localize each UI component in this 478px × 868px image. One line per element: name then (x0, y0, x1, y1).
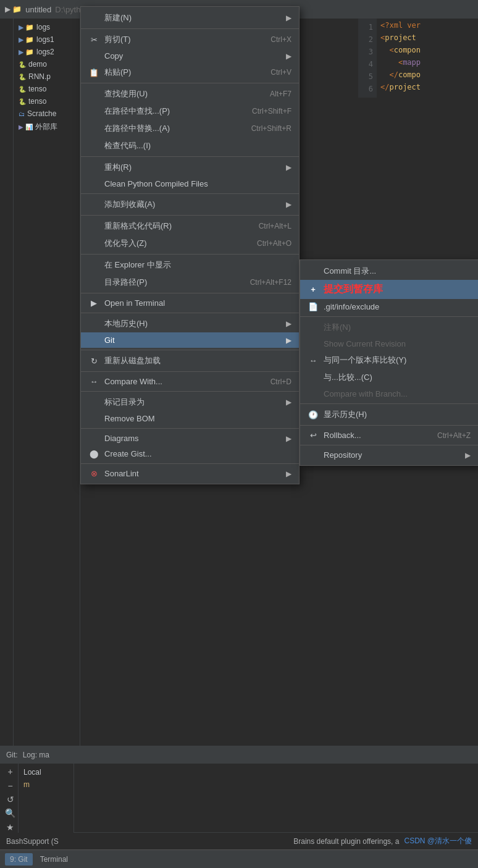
git-action-buttons: + − ↺ 🔍 ★ (0, 764, 19, 833)
menu-item-cut[interactable]: ✂ 剪切(T) Ctrl+X (81, 31, 299, 48)
menu-item-label: 检查代码...(I) (104, 140, 291, 151)
git-menu-compare-with[interactable]: 与...比较...(C) (300, 369, 478, 386)
sidebar-item-logs1[interactable]: ▶ 📁 logs1 (14, 33, 80, 46)
sidebar-item-tenso2[interactable]: 🐍 tenso (14, 95, 80, 107)
git-menu-annotate: 注释(N) (300, 319, 478, 336)
menu-item-clean-compiled[interactable]: Clean Python Compiled Files (81, 176, 299, 192)
reload-icon: ↻ (88, 356, 99, 366)
menu-item-show-in-explorer[interactable]: 在 Explorer 中显示 (81, 256, 299, 274)
separator (81, 254, 299, 255)
shortcut-label: Ctrl+Alt+F12 (250, 278, 291, 287)
separator (300, 403, 478, 404)
submenu-arrow: ▶ (286, 52, 291, 61)
menu-item-label: Rollback... (324, 431, 432, 440)
git-remove-button[interactable]: − (3, 780, 18, 791)
menu-item-label: 添加到收藏(A) (104, 199, 281, 210)
git-branches-panel: Local m (19, 764, 74, 833)
menu-item-remove-bom[interactable]: Remove BOM (81, 411, 299, 426)
git-search-button[interactable]: 🔍 (3, 807, 18, 819)
gist-icon: ⬤ (88, 449, 99, 458)
sidebar-item-scratches[interactable]: 🗂 Scratche (14, 107, 80, 120)
terminal-label[interactable]: Terminal (40, 855, 68, 864)
git-add-button[interactable]: + (3, 766, 18, 777)
menu-item-label: Show Current Revision (324, 339, 471, 348)
code-line-5: </compo (380, 70, 474, 83)
separator (81, 371, 299, 372)
git-menu-exclude[interactable]: 📄 .git/info/exclude (300, 299, 478, 314)
git-menu-show-history[interactable]: 🕐 显示历史(H) (300, 406, 478, 423)
menu-item-label: 提交到暂存库 (324, 283, 471, 296)
editor-area: 1 2 3 4 5 6 <?xml ver <project <compon <… (358, 19, 478, 154)
shortcut-label: Ctrl+V (270, 68, 291, 77)
menu-item-copy[interactable]: Copy ▶ (81, 48, 299, 64)
git-menu-rollback[interactable]: ↩ Rollback... Ctrl+Alt+Z (300, 428, 478, 443)
git-panel-label[interactable]: 9: Git (5, 853, 33, 866)
menu-item-paste[interactable]: 📋 粘贴(P) Ctrl+V (81, 64, 299, 81)
line-numbers: 1 2 3 4 5 6 (358, 19, 377, 98)
python-file-icon: 🐍 (19, 61, 26, 68)
menu-item-sonarlint[interactable]: ⊗ SonarLint ▶ (81, 466, 299, 481)
separator (81, 391, 299, 392)
separator (81, 293, 299, 293)
notification-text2: Brains default plugin offerings, a (293, 837, 399, 846)
code-content: <?xml ver <project <compon <mapp </compo… (377, 19, 478, 98)
menu-item-add-to-favorites[interactable]: 添加到收藏(A) ▶ (81, 196, 299, 213)
menu-item-label: 在路径中查找...(P) (104, 106, 247, 117)
menu-item-diagrams[interactable]: Diagrams ▶ (81, 431, 299, 446)
menu-item-label: 剪切(T) (104, 34, 266, 45)
folder-icon: ▶ 📁 (19, 48, 34, 56)
sidebar-item-logs[interactable]: ▶ 📁 logs (14, 21, 80, 33)
project-sidebar: ▶ 📁 logs ▶ 📁 logs1 ▶ 📁 logs2 🐍 demo 🐍 RN… (14, 19, 80, 831)
git-menu-repository[interactable]: Repository ▶ (300, 447, 478, 463)
menu-item-label: SonarLint (104, 469, 281, 478)
menu-item-dir-path[interactable]: 目录路径(P) Ctrl+Alt+F12 (81, 274, 299, 291)
menu-item-create-gist[interactable]: ⬤ Create Gist... (81, 446, 299, 461)
menu-item-inspect-code[interactable]: 检查代码...(I) (81, 137, 299, 154)
menu-item-label: .git/info/exclude (324, 302, 471, 311)
menu-item-replace-in-path[interactable]: 在路径中替换...(A) Ctrl+Shift+R (81, 120, 299, 137)
folder-icon: ▶ 📁 (5, 5, 22, 14)
git-menu-add-to-stash[interactable]: + 提交到暂存库 (300, 280, 478, 299)
menu-item-new[interactable]: 新建(N) ▶ (81, 9, 299, 27)
git-menu-commit-dir[interactable]: Commit 目录... (300, 263, 478, 280)
line-num-2: 2 (358, 33, 377, 46)
menu-item-label: Create Gist... (104, 449, 291, 458)
submenu-arrow: ▶ (286, 434, 291, 443)
menu-item-label: 注释(N) (324, 322, 471, 333)
separator (81, 463, 299, 464)
sidebar-item-logs2[interactable]: ▶ 📁 logs2 (14, 46, 80, 58)
sidebar-item-external[interactable]: ▶ 📊 外部库 (14, 120, 80, 134)
separator (81, 28, 299, 29)
git-star-button[interactable]: ★ (3, 822, 18, 833)
separator (81, 215, 299, 216)
menu-item-git[interactable]: Git ▶ (81, 332, 299, 348)
menu-item-refactor[interactable]: 重构(R) ▶ (81, 159, 299, 176)
git-branch-item[interactable]: m (19, 778, 73, 791)
menu-item-compare-with[interactable]: ↔ Compare With... Ctrl+D (81, 374, 299, 389)
submenu-arrow: ▶ (286, 200, 291, 209)
sidebar-item-tenso1[interactable]: 🐍 tenso (14, 83, 80, 95)
menu-item-label: Commit 目录... (324, 266, 471, 277)
menu-item-label: 重新从磁盘加载 (104, 355, 291, 366)
menu-item-label: 与...比较...(C) (324, 372, 471, 383)
menu-item-local-history[interactable]: 本地历史(H) ▶ (81, 315, 299, 332)
separator (300, 316, 478, 317)
menu-item-reload-from-disk[interactable]: ↻ 重新从磁盘加载 (81, 352, 299, 369)
menu-item-find-usages[interactable]: 查找使用(U) Alt+F7 (81, 85, 299, 103)
menu-item-find-in-path[interactable]: 在路径中查找...(P) Ctrl+Shift+F (81, 103, 299, 120)
terminal-icon: ▶ (88, 298, 99, 308)
submenu-arrow: ▶ (286, 336, 291, 345)
separator (81, 156, 299, 157)
shortcut-label: Ctrl+X (270, 35, 291, 44)
menu-item-open-terminal[interactable]: ▶ Open in Terminal (81, 295, 299, 311)
sidebar-item-demo[interactable]: 🐍 demo (14, 58, 80, 70)
sidebar-label: tenso (28, 85, 46, 93)
git-refresh-button[interactable]: ↺ (3, 794, 18, 805)
code-line-2: <project (380, 33, 474, 46)
menu-item-reformat[interactable]: 重新格式化代码(R) Ctrl+Alt+L (81, 217, 299, 235)
menu-item-mark-dir[interactable]: 标记目录为 ▶ (81, 394, 299, 411)
git-menu-compare-with-same[interactable]: ↔ 与同一个版本库比较(Y) (300, 352, 478, 369)
menu-item-optimize-imports[interactable]: 优化导入(Z) Ctrl+Alt+O (81, 235, 299, 252)
main-context-menu: 新建(N) ▶ ✂ 剪切(T) Ctrl+X Copy ▶ 📋 粘贴(P) Ct… (80, 6, 300, 484)
sidebar-item-rnn[interactable]: 🐍 RNN.p (14, 70, 80, 83)
